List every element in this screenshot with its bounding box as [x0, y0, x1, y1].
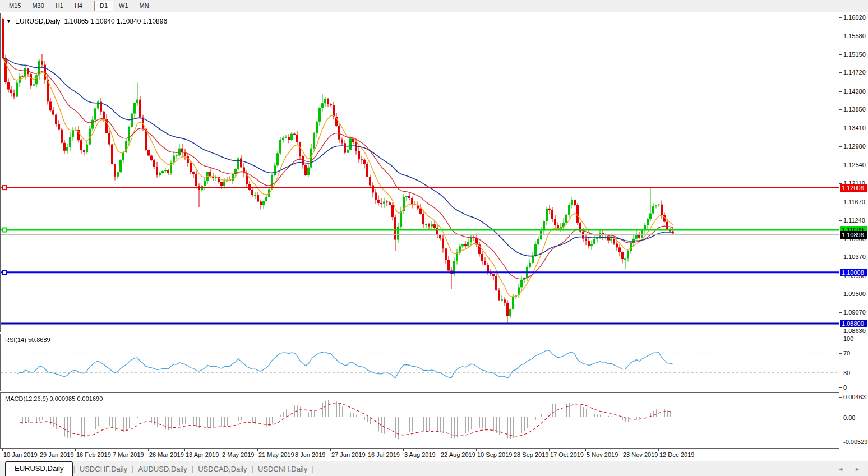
tab-usdcnh-daily[interactable]: USDCNH,Daily [253, 463, 312, 476]
timeframe-toolbar: M15M30H1H4D1W1MN [0, 0, 868, 12]
price-tick-label: 1.11240 [843, 217, 865, 224]
price-tick-label: 1.09500 [843, 290, 866, 297]
tab-scroll-left-icon[interactable]: ◄ [838, 466, 843, 472]
price-tick-label: 1.15150 [843, 51, 866, 58]
toolbar-separator [91, 2, 91, 10]
date-label: 12 Dec 2019 [659, 451, 694, 458]
date-label: 8 Jun 2019 [295, 451, 325, 458]
date-axis: 10 Jan 201929 Jan 201916 Feb 20197 Mar 2… [0, 449, 839, 461]
price-tick-label: 1.08630 [843, 327, 866, 334]
timeframe-button-m15[interactable]: M15 [3, 1, 26, 11]
macd-label: MACD(12,26,9) 0.000985 0.001690 [5, 395, 103, 402]
chart-ohlc-values: 1.10865 1.10940 1.10840 1.10896 [64, 17, 168, 25]
date-label: 10 Sep 2019 [477, 451, 512, 458]
macd-panel: MACD(12,26,9) 0.000985 0.001690 [0, 392, 839, 449]
price-badge-support-navy: 1.08800 [840, 320, 867, 327]
price-badge-support-blue: 1.10008 [840, 269, 867, 276]
tab-scroll-arrows: ◄► [838, 466, 860, 476]
rsi-tick-mark [839, 373, 842, 373]
timeframe-button-w1[interactable]: W1 [113, 1, 134, 11]
timeframe-button-h1[interactable]: H1 [50, 1, 69, 11]
macd-tick-label: -0.005299 [843, 438, 868, 445]
price-tick-label: 1.09070 [843, 309, 866, 316]
rsi-canvas[interactable] [1, 334, 839, 391]
tab-usdchf-daily[interactable]: USDCHF,Daily [75, 463, 132, 476]
date-label: 5 Nov 2019 [587, 451, 618, 458]
timeframe-button-mn[interactable]: MN [134, 1, 155, 11]
chart-tabbar: EURUSD,Daily|USDCHF,Daily|AUDUSD,Daily|U… [0, 461, 868, 476]
date-tick-mark [2, 449, 3, 451]
macd-tick-mark [839, 418, 842, 418]
rsi-tick-label: 0 [843, 384, 847, 391]
timeframe-button-d1[interactable]: D1 [94, 1, 113, 11]
main-chart-panel: ▼ EURUSD,Daily 1.10865 1.10940 1.10840 1… [0, 13, 839, 332]
date-label: 21 May 2019 [258, 451, 294, 458]
price-badge-resistance-red: 1.12006 [840, 184, 867, 192]
date-tick-mark [148, 449, 149, 451]
rsi-panel: RSI(14) 50.8689 [0, 334, 839, 391]
price-tick-mark [839, 202, 842, 202]
date-label: 10 Jan 2019 [3, 451, 38, 458]
price-tick-label: 1.10370 [843, 253, 866, 260]
timeframe-button-m30[interactable]: M30 [26, 1, 49, 11]
date-tick-mark [622, 449, 622, 451]
date-tick-mark [403, 449, 404, 451]
chart-dropdown-icon[interactable]: ▼ [6, 19, 11, 24]
macd-tick-mark [839, 442, 842, 442]
date-tick-mark [476, 449, 477, 451]
date-tick-mark [585, 449, 586, 451]
price-tick-mark [839, 128, 842, 128]
toolbar-separator [158, 2, 158, 10]
date-label: 23 Nov 2019 [623, 451, 658, 458]
macd-tick-label: 0.00463 [843, 394, 866, 400]
date-tick-mark [294, 449, 294, 451]
price-tick-mark [839, 91, 842, 92]
price-tick-label: 1.14720 [843, 69, 866, 76]
price-tick-label: 1.16020 [843, 14, 866, 21]
date-label: 13 Apr 2019 [186, 451, 219, 458]
price-tick-mark [839, 312, 842, 313]
chart-symbol-label: EURUSD,Daily [15, 17, 61, 25]
macd-tick-mark [839, 397, 842, 398]
tab-audusd-daily[interactable]: AUDUSD,Daily [133, 463, 191, 476]
price-tick-label: 1.13850 [843, 106, 866, 113]
date-label: 17 Oct 2019 [550, 451, 584, 458]
timeframe-button-h4[interactable]: H4 [69, 1, 88, 11]
price-tick-mark [839, 17, 842, 18]
date-tick-mark [549, 449, 550, 451]
rsi-tick-mark [839, 353, 842, 354]
price-tick-mark [839, 54, 842, 55]
price-tick-mark [839, 331, 842, 331]
date-label: 27 Jun 2019 [331, 451, 366, 458]
tab-scroll-right-icon[interactable]: ► [855, 466, 860, 472]
date-tick-mark [75, 449, 76, 451]
date-label: 16 Jul 2019 [368, 451, 400, 458]
price-tick-label: 1.13410 [843, 124, 866, 131]
price-tick-label: 1.15580 [843, 33, 866, 39]
date-label: 29 Jan 2019 [40, 451, 74, 458]
price-tick-mark [839, 36, 842, 36]
date-label: 26 Mar 2019 [149, 451, 184, 458]
price-tick-mark [839, 239, 842, 239]
tab-usdcad-daily[interactable]: USDCAD,Daily [193, 463, 251, 476]
macd-canvas[interactable] [1, 393, 839, 448]
price-tick-mark [839, 294, 842, 294]
date-label: 22 Aug 2019 [441, 451, 475, 458]
rsi-tick-mark [839, 339, 842, 339]
tab-eurusd-daily[interactable]: EURUSD,Daily [5, 461, 73, 476]
chart-title: ▼ EURUSD,Daily 1.10865 1.10940 1.10840 1… [6, 17, 167, 25]
price-tick-label: 1.11670 [843, 198, 865, 205]
rsi-label: RSI(14) 50.8689 [5, 336, 50, 343]
main-chart-canvas[interactable] [1, 13, 839, 332]
price-axis: 1.160201.155801.151501.147201.142801.138… [839, 13, 868, 449]
rsi-tick-label: 70 [843, 350, 850, 357]
date-label: 16 Feb 2019 [76, 451, 111, 458]
price-tick-label: 1.12980 [843, 143, 866, 150]
date-tick-mark [367, 449, 367, 451]
date-tick-mark [184, 449, 185, 451]
price-tick-label: 1.12540 [843, 161, 866, 168]
date-tick-mark [257, 449, 258, 451]
price-tick-mark [839, 220, 842, 221]
date-label: 3 Aug 2019 [404, 451, 436, 458]
price-tick-mark [839, 165, 842, 165]
